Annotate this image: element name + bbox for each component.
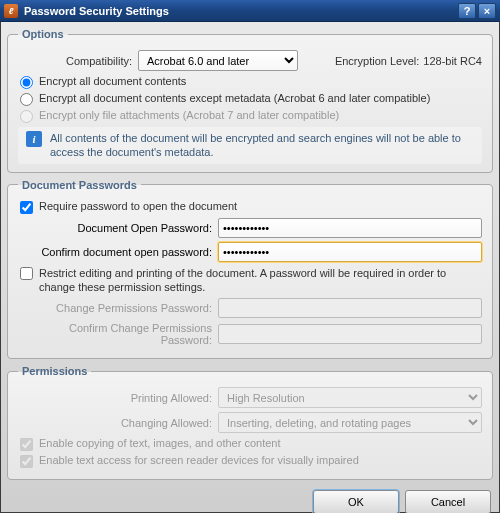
radio-encrypt-attachments-label: Encrypt only file attachments (Acrobat 7… — [39, 109, 339, 121]
radio-encrypt-except-meta-input[interactable] — [20, 93, 33, 106]
doc-open-password-label: Document Open Password: — [18, 222, 218, 234]
confirm-open-password-label: Confirm document open password: — [18, 246, 218, 258]
encryption-label: Encryption Level: — [335, 55, 423, 67]
dialog-title: Password Security Settings — [20, 5, 456, 17]
printing-allowed-select: High Resolution — [218, 387, 482, 408]
confirm-change-permissions-password-input — [218, 324, 482, 344]
printing-allowed-label: Printing Allowed: — [18, 392, 218, 404]
require-open-password-label: Require password to open the document — [39, 200, 237, 212]
radio-encrypt-except-meta[interactable]: Encrypt all document contents except met… — [18, 92, 482, 106]
cancel-button[interactable]: Cancel — [405, 490, 491, 513]
enable-screenreader-label: Enable text access for screen reader dev… — [39, 454, 359, 466]
restrict-editing-checkbox[interactable] — [20, 267, 33, 280]
enable-copy-row: Enable copying of text, images, and othe… — [18, 437, 482, 451]
restrict-editing-row[interactable]: Restrict editing and printing of the doc… — [18, 266, 482, 295]
enable-copy-label: Enable copying of text, images, and othe… — [39, 437, 281, 449]
options-legend: Options — [18, 28, 68, 40]
dialog-body: Options Compatibility: Acrobat 6.0 and l… — [0, 22, 500, 513]
require-open-password-row[interactable]: Require password to open the document — [18, 200, 482, 214]
enable-screenreader-row: Enable text access for screen reader dev… — [18, 454, 482, 468]
app-icon: ℓ — [4, 4, 18, 18]
radio-encrypt-attachments: Encrypt only file attachments (Acrobat 7… — [18, 109, 482, 123]
options-group: Options Compatibility: Acrobat 6.0 and l… — [7, 28, 493, 173]
radio-encrypt-all-label: Encrypt all document contents — [39, 75, 186, 87]
document-passwords-legend: Document Passwords — [18, 179, 141, 191]
enable-screenreader-checkbox — [20, 455, 33, 468]
change-permissions-password-label: Change Permissions Password: — [18, 302, 218, 314]
permissions-legend: Permissions — [18, 365, 91, 377]
change-permissions-password-input — [218, 298, 482, 318]
encryption-level: Encryption Level: 128-bit RC4 — [335, 55, 482, 67]
dialog-buttons: OK Cancel — [7, 486, 493, 513]
doc-open-password-input[interactable] — [218, 218, 482, 238]
require-open-password-checkbox[interactable] — [20, 201, 33, 214]
help-button[interactable]: ? — [458, 3, 476, 19]
info-icon: i — [26, 131, 42, 147]
changing-allowed-label: Changing Allowed: — [18, 417, 218, 429]
radio-encrypt-attachments-input — [20, 110, 33, 123]
info-text: All contents of the document will be enc… — [50, 131, 480, 160]
confirm-change-permissions-password-label: Confirm Change Permissions Password: — [18, 322, 218, 346]
permissions-group: Permissions Printing Allowed: High Resol… — [7, 365, 493, 480]
compatibility-label: Compatibility: — [18, 55, 138, 67]
close-button[interactable]: × — [478, 3, 496, 19]
enable-copy-checkbox — [20, 438, 33, 451]
radio-encrypt-except-meta-label: Encrypt all document contents except met… — [39, 92, 430, 104]
document-passwords-group: Document Passwords Require password to o… — [7, 179, 493, 360]
restrict-editing-label: Restrict editing and printing of the doc… — [39, 266, 482, 295]
compatibility-select[interactable]: Acrobat 6.0 and later — [138, 50, 298, 71]
ok-button[interactable]: OK — [313, 490, 399, 513]
info-banner: i All contents of the document will be e… — [18, 127, 482, 164]
radio-encrypt-all[interactable]: Encrypt all document contents — [18, 75, 482, 89]
changing-allowed-select: Inserting, deleting, and rotating pages — [218, 412, 482, 433]
title-bar: ℓ Password Security Settings ? × — [0, 0, 500, 22]
radio-encrypt-all-input[interactable] — [20, 76, 33, 89]
encryption-value: 128-bit RC4 — [423, 55, 482, 67]
confirm-open-password-input[interactable] — [218, 242, 482, 262]
